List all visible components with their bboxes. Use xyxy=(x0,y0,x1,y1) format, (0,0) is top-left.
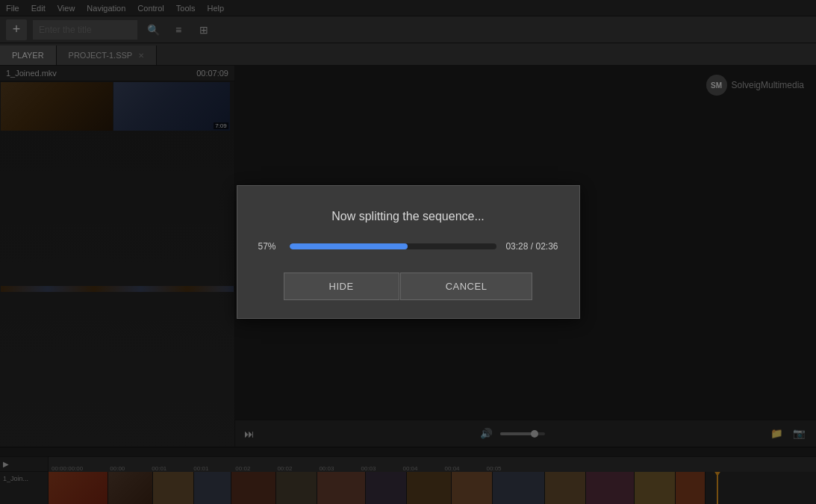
progress-bar-fill xyxy=(290,243,408,249)
progress-percentage: 57% xyxy=(258,241,281,252)
modal-title: Now splitting the sequence... xyxy=(331,210,485,223)
progress-bar-background xyxy=(290,243,497,249)
modal-overlay: Now splitting the sequence... 57% 03:28 … xyxy=(0,0,816,504)
hide-button[interactable]: HIDE xyxy=(284,273,399,300)
modal-buttons: HIDE CANCEL xyxy=(258,273,558,300)
cancel-button[interactable]: CANCEL xyxy=(400,273,533,300)
progress-modal: Now splitting the sequence... 57% 03:28 … xyxy=(237,185,580,319)
progress-row: 57% 03:28 / 02:36 xyxy=(258,241,558,252)
progress-time: 03:28 / 02:36 xyxy=(505,241,558,252)
